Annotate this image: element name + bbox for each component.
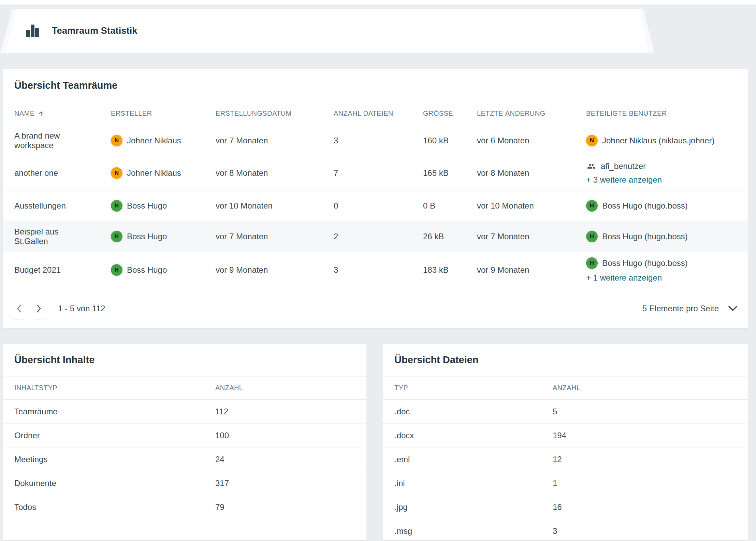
masthead-tab: Teamraum Statistik (0, 9, 652, 53)
teamroom-name: A brand new workspace (14, 131, 111, 150)
file-type-row: .ini1 (383, 471, 748, 495)
file-type-row-count: 16 (553, 502, 748, 512)
column-header-anzahl-dateien[interactable]: ANZAHL DATEIEN (334, 110, 423, 117)
content-type-row: Meetings24 (3, 447, 366, 471)
teamroom-row[interactable]: A brand new workspaceNJohner Niklausvor … (3, 125, 748, 156)
teamroom-modified: vor 10 Monaten (477, 201, 586, 211)
file-type-row: .jpg16 (383, 495, 748, 519)
user-avatar: H (111, 231, 122, 242)
file-type-row-label: .eml (394, 455, 553, 464)
creator-name: Boss Hugo (127, 265, 167, 275)
users-line: HBoss Hugo (hugo.boss) (586, 200, 741, 212)
content-type-row: Todos79 (3, 495, 366, 519)
top-strip (0, 0, 756, 4)
teamroom-row[interactable]: AusstellungenHBoss Hugovor 10 Monaten00 … (3, 190, 748, 221)
show-more-users-link[interactable]: + 3 weitere anzeigen (586, 175, 662, 185)
content-type-row-label: Dokumente (14, 479, 215, 488)
teamroom-creator: HBoss Hugo (111, 200, 216, 212)
teamroom-created: vor 9 Monaten (216, 265, 334, 275)
user-avatar: N (111, 135, 122, 146)
teamroom-creator: NJohner Niklaus (111, 167, 216, 179)
content-type-row-count: 317 (215, 479, 366, 488)
pagination: 1 - 5 von 112 5 Elemente pro Seite (3, 293, 748, 328)
teamroom-file-count: 2 (334, 232, 423, 241)
file-type-row: .eml12 (383, 447, 748, 471)
per-page-label: 5 Elemente pro Seite (642, 304, 719, 313)
bar-chart-icon (26, 24, 39, 38)
users-line: HBoss Hugo (hugo.boss) (586, 231, 741, 242)
content-type-row-label: Ordner (14, 431, 215, 440)
file-type-row-count: 5 (553, 407, 748, 416)
column-header-erstellungsdatum[interactable]: ERSTELLUNGSDATUM (216, 110, 334, 117)
teamroom-size: 183 kB (423, 265, 477, 275)
file-type-row-label: .docx (394, 431, 553, 440)
teamroom-row[interactable]: Budget 2021HBoss Hugovor 9 Monaten3183 k… (3, 252, 748, 293)
teamrooms-table-body: A brand new workspaceNJohner Niklausvor … (3, 125, 748, 293)
show-more-users-link[interactable]: + 1 weitere anzeigen (586, 273, 662, 283)
column-header-name[interactable]: NAME (14, 110, 111, 117)
file-type-row: .docx194 (383, 424, 748, 447)
content-type-row-label: Todos (14, 502, 215, 512)
prev-page-button[interactable] (11, 298, 27, 319)
sort-ascending-icon (38, 110, 45, 117)
column-header-letzte-änderung[interactable]: LETZTE ÄNDERUNG (477, 110, 586, 117)
column-header-typ: TYP (394, 384, 553, 392)
column-header-inhaltstyp: INHALTSTYP (14, 384, 215, 392)
user-avatar: H (586, 200, 598, 212)
teamroom-created: vor 8 Monaten (216, 168, 334, 178)
column-header-label: NAME (14, 110, 34, 117)
teamroom-modified: vor 7 Monaten (477, 232, 586, 241)
column-header-grösse[interactable]: GRÖSSE (423, 110, 477, 117)
column-header-label: ERSTELLUNGSDATUM (216, 110, 292, 117)
users-line: HBoss Hugo (hugo.boss) (586, 257, 741, 269)
teamroom-row[interactable]: Beispiel aus St.GallenHBoss Hugovor 7 Mo… (3, 221, 748, 252)
files-table-header: TYPANZAHL (383, 376, 748, 400)
contents-card: Übersicht Inhalte INHALTSTYPANZAHL Teamr… (3, 344, 366, 540)
teamroom-users: HBoss Hugo (hugo.boss) (586, 200, 748, 212)
creator-name: Johner Niklaus (127, 168, 181, 178)
content-type-row-count: 112 (215, 407, 366, 416)
files-card-title: Übersicht Dateien (383, 344, 748, 376)
file-type-row: .doc5 (383, 400, 748, 424)
teamroom-size: 165 kB (423, 168, 477, 178)
file-type-row-label: .doc (394, 407, 553, 416)
file-type-row-count: 12 (553, 455, 748, 464)
teamroom-creator: HBoss Hugo (111, 231, 216, 242)
contents-table-body: Teamräume112Ordner100Meetings24Dokumente… (3, 400, 366, 519)
file-type-row-count: 194 (553, 431, 748, 440)
next-page-button[interactable] (31, 298, 47, 319)
teamroom-created: vor 10 Monaten (216, 201, 334, 211)
user-label: Boss Hugo (hugo.boss) (602, 258, 688, 268)
teamroom-modified: vor 8 Monaten (477, 168, 586, 178)
masthead: Teamraum Statistik (0, 4, 756, 53)
teamroom-size: 26 kB (423, 232, 477, 241)
creator-name: Boss Hugo (127, 232, 167, 241)
pagination-range: 1 - 5 von 112 (58, 304, 105, 313)
per-page-select[interactable]: 5 Elemente pro Seite (642, 304, 738, 313)
teamroom-users: HBoss Hugo (hugo.boss) (586, 231, 748, 242)
user-label: Boss Hugo (hugo.boss) (602, 232, 688, 241)
column-header-label: GRÖSSE (423, 110, 453, 117)
content-type-row-count: 79 (215, 502, 366, 512)
users-line: afi_benutzer (586, 161, 741, 171)
column-header-anzahl: ANZAHL (215, 384, 366, 392)
chevron-left-icon (16, 304, 22, 313)
user-avatar: N (586, 135, 598, 146)
content-type-row-count: 100 (215, 431, 366, 440)
user-avatar: H (111, 264, 122, 276)
user-label: Johner Niklaus (niklaus.johner) (602, 136, 714, 145)
column-header-label: ERSTELLER (111, 110, 152, 117)
content-type-row-label: Meetings (14, 455, 215, 464)
user-avatar: H (111, 200, 122, 212)
file-type-row-count: 1 (553, 479, 748, 488)
teamroom-file-count: 3 (334, 136, 423, 145)
chevron-down-icon (728, 305, 738, 312)
teamroom-row[interactable]: another oneNJohner Niklausvor 8 Monaten7… (3, 156, 748, 190)
teamrooms-table-header: NAMEERSTELLERERSTELLUNGSDATUMANZAHL DATE… (3, 102, 748, 125)
column-header-beteiligte-benutzer[interactable]: BETEILIGTE BENUTZER (586, 110, 748, 117)
column-header-ersteller[interactable]: ERSTELLER (111, 110, 216, 117)
teamroom-users: afi_benutzer+ 3 weitere anzeigen (586, 161, 748, 185)
files-card: Übersicht Dateien TYPANZAHL .doc5.docx19… (383, 344, 748, 540)
user-avatar: H (586, 257, 598, 269)
user-label: Boss Hugo (hugo.boss) (602, 201, 688, 211)
